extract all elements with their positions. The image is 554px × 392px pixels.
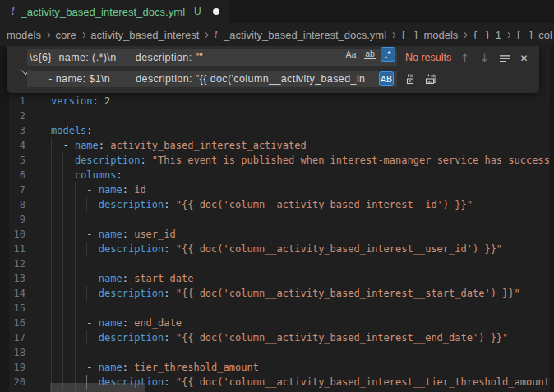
- tab-label: _activity_based_interest_docs.yml: [21, 6, 185, 18]
- breadcrumb-label: _activity_based_interest_docs.yml: [224, 29, 386, 41]
- vscode-window: ! _activity_based_interest_docs.yml U mo…: [0, 0, 554, 392]
- chevron-right-icon: [506, 32, 510, 37]
- match-case-button[interactable]: Aa: [344, 47, 358, 62]
- close-icon: ✕: [519, 53, 528, 64]
- line-number: 10: [0, 227, 25, 242]
- code-line: - name: user_id: [51, 227, 176, 242]
- line-number: 2: [0, 108, 25, 123]
- chevron-right-icon: [204, 32, 209, 37]
- chevron-right-icon: [81, 32, 85, 37]
- code-line: description: "This event is published wh…: [51, 153, 554, 168]
- find-in-selection-button[interactable]: [497, 51, 511, 65]
- code-line: columns:: [51, 168, 122, 182]
- tab-bar: ! _activity_based_interest_docs.yml U: [0, 0, 554, 23]
- svg-text:ac: ac: [427, 79, 432, 84]
- chevron-right-icon: [45, 32, 50, 37]
- breadcrumb-item[interactable]: activity_based_interest: [90, 29, 199, 41]
- line-number: 8: [0, 197, 25, 212]
- svg-text:c: c: [409, 78, 411, 83]
- line-number: 3: [0, 123, 25, 138]
- find-status: No results: [405, 46, 451, 69]
- breadcrumb-label: col: [538, 29, 552, 41]
- line-number: 17: [0, 330, 25, 345]
- yaml-file-icon: !: [11, 6, 15, 17]
- close-find-widget-button[interactable]: ✕: [517, 51, 531, 65]
- regex-button[interactable]: .*: [381, 47, 395, 62]
- code-line: description: "{{ doc('column__activity_b…: [51, 330, 508, 345]
- breadcrumb-item[interactable]: { }1: [473, 29, 501, 41]
- indent-guide: [51, 301, 52, 316]
- code-line: - name: id: [51, 182, 146, 197]
- code-line: - name: end_date: [51, 316, 182, 330]
- preserve-case-button[interactable]: AB: [379, 71, 394, 86]
- replace-all-button[interactable]: ab ac: [422, 71, 439, 86]
- replace-text: - name: $1\n description: "{{ doc('colum…: [30, 71, 378, 87]
- arrow-down-icon: ↓: [480, 52, 489, 64]
- code-line: description: "{{ doc('column__activity_b…: [51, 197, 473, 212]
- replace-all-icon: ab ac: [425, 73, 437, 85]
- breadcrumb-label: 1: [496, 29, 501, 41]
- breadcrumb-item[interactable]: [ ]models: [401, 29, 459, 41]
- line-number: 14: [0, 286, 25, 301]
- code-line: models:: [51, 123, 93, 138]
- code-line: description: "{{ doc('column__activity_b…: [51, 242, 502, 256]
- indent-guide: [75, 256, 76, 271]
- previous-match-button[interactable]: ↑: [458, 51, 472, 65]
- replace-button[interactable]: b c: [403, 71, 419, 86]
- tab-active-file[interactable]: ! _activity_based_interest_docs.yml U: [0, 0, 229, 23]
- code-line: - name: start_date: [51, 271, 193, 286]
- indent-guide: [75, 345, 76, 360]
- breadcrumb: modelscoreactivity_based_interest!_activ…: [0, 23, 554, 46]
- breadcrumb-item[interactable]: !_activity_based_interest_docs.yml: [214, 28, 386, 41]
- code-line: description: "{{ doc('column__activity_b…: [51, 286, 520, 301]
- line-number: 11: [0, 242, 25, 256]
- line-number: 18: [0, 345, 25, 360]
- line-number: 1: [0, 94, 25, 108]
- find-input[interactable]: \s{6}- name: (.*)\n description: "": [27, 49, 397, 66]
- breadcrumb-item[interactable]: core: [55, 29, 76, 41]
- horizontal-scrollbar[interactable]: [50, 383, 145, 392]
- arrow-up-icon: ↑: [460, 52, 469, 64]
- indent-guide: [75, 301, 76, 316]
- indent-guide: [62, 301, 63, 316]
- replace-input[interactable]: - name: $1\n description: "{{ doc('colum…: [27, 71, 397, 87]
- breadcrumb-label: core: [55, 29, 76, 41]
- dirty-indicator-dot[interactable]: [213, 8, 219, 15]
- symbol-array-icon: [ ]: [401, 30, 420, 40]
- indent-guide: [51, 345, 52, 360]
- svg-text:ab: ab: [431, 73, 436, 78]
- whole-word-icon: ab: [364, 49, 376, 59]
- editor-right-strip: [550, 46, 554, 392]
- indent-guide: [51, 212, 52, 227]
- line-number: 15: [0, 301, 25, 316]
- breadcrumb-item[interactable]: models: [7, 29, 41, 41]
- chevron-right-icon: [390, 32, 395, 37]
- next-match-button[interactable]: ↓: [478, 51, 492, 65]
- indent-guide: [62, 345, 63, 360]
- indent-guide: [51, 256, 52, 271]
- replace-icon: b c: [405, 73, 417, 85]
- preserve-case-icon: AB: [381, 74, 392, 84]
- indent-guide: [75, 212, 76, 227]
- line-number: 19: [0, 360, 25, 375]
- regex-icon: .*: [385, 49, 390, 59]
- editor[interactable]: 1version: 223models:4 - name: activity_b…: [0, 46, 554, 392]
- breadcrumb-item[interactable]: [ ]col: [515, 29, 552, 41]
- line-number: 4: [0, 138, 25, 153]
- symbol-object-icon: { }: [473, 30, 492, 40]
- breadcrumb-label: activity_based_interest: [90, 29, 199, 41]
- symbol-array-icon: [ ]: [515, 30, 534, 40]
- indent-guide: [62, 256, 63, 271]
- breadcrumb-label: models: [7, 29, 41, 41]
- line-number: 16: [0, 316, 25, 330]
- code-line: - name: tier_threshold_amount: [51, 360, 259, 375]
- match-case-icon: Aa: [346, 49, 357, 59]
- find-query-text: \s{6}- name: (.*)\n description: "": [30, 49, 203, 66]
- git-status-badge: U: [194, 6, 201, 17]
- whole-word-button[interactable]: ab: [362, 47, 377, 62]
- chevron-right-icon: [462, 32, 467, 37]
- line-number: 7: [0, 182, 25, 197]
- svg-text:b: b: [410, 73, 413, 78]
- line-number: 20: [0, 375, 25, 390]
- line-number: 9: [0, 212, 25, 227]
